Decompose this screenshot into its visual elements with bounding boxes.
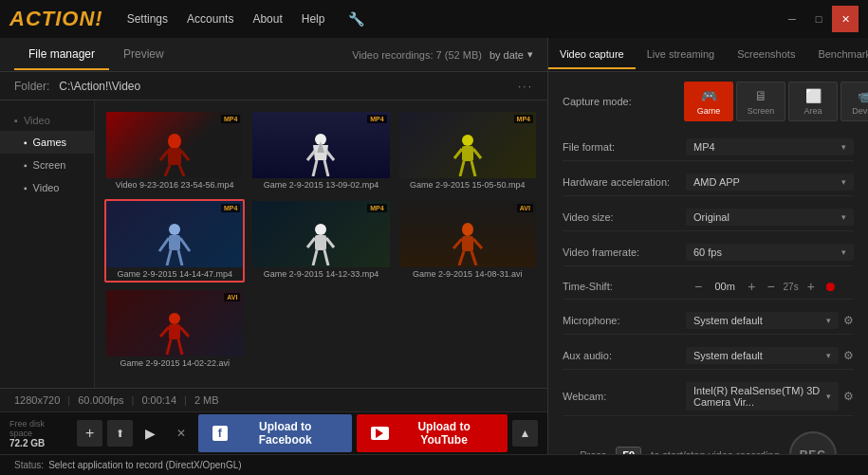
thumbnail-item[interactable]: MP4 Game 2-9-2015 15-05-50.mp4 — [397, 110, 538, 193]
status-bar: Status: Select application to record (Di… — [0, 454, 868, 475]
framerate-label: Video framerate: — [563, 247, 686, 258]
thumbnail-item[interactable]: AVI Game 2-9-2015 14-08-31.avi — [397, 199, 538, 283]
tab-screenshots[interactable]: Screenshots — [726, 41, 806, 69]
svg-line-5 — [179, 165, 184, 176]
mode-device-button[interactable]: 📹 Device — [840, 82, 868, 121]
thumbnail-label: Video 9-23-2016 23-54-56.mp4 — [106, 178, 243, 192]
format-badge: AVI — [224, 293, 240, 301]
maximize-button[interactable]: □ — [805, 6, 832, 32]
file-format-row: File format: MP4 ▾ — [563, 134, 854, 161]
format-badge: AVI — [517, 204, 533, 212]
sidebar-section-video[interactable]: ▪ Video — [0, 110, 94, 131]
gamepad-icon: ▪ — [24, 137, 28, 148]
disk-info: Free disk space 72.2 GB — [9, 419, 67, 448]
action-bar: Free disk space 72.2 GB + ⬆ ▶ ✕ f Upload… — [0, 411, 547, 454]
thumbnail-item[interactable]: MP4 Game 2-9-2015 13-09-02.mp4 — [250, 110, 391, 193]
sort-dropdown[interactable]: by date ▾ — [489, 48, 533, 61]
microphone-settings-button[interactable]: ⚙ — [843, 314, 854, 327]
thumbnail-label: Game 2-9-2015 14-14-47.mp4 — [106, 267, 243, 281]
chevron-down-icon: ▾ — [826, 316, 831, 325]
mode-screen-button[interactable]: 🖥 Screen — [736, 82, 785, 121]
hw-accel-dropdown[interactable]: AMD APP ▾ — [686, 174, 854, 191]
svg-line-18 — [471, 161, 475, 176]
upload-icon-button[interactable]: ⬆ — [107, 420, 133, 447]
menu-help[interactable]: Help — [302, 12, 325, 26]
folder-path[interactable]: C:\Action!\Video — [59, 80, 140, 93]
tab-file-manager[interactable]: File manager — [14, 40, 109, 70]
svg-line-30 — [324, 250, 328, 265]
tab-live-streaming[interactable]: Live streaming — [636, 41, 727, 69]
thumbnail-item[interactable]: MP4 Game 2-9-2015 14-14-47.mp4 — [104, 199, 245, 283]
timeshift-plus2-button[interactable]: + — [804, 279, 818, 294]
aux-settings-button[interactable]: ⚙ — [843, 349, 854, 362]
chevron-down-icon: ▾ — [826, 351, 831, 360]
svg-point-31 — [462, 223, 473, 236]
svg-line-17 — [460, 161, 464, 176]
timeshift-label: Time-Shift: — [563, 281, 686, 292]
minimize-button[interactable]: ─ — [779, 6, 805, 32]
sidebar-item-screen[interactable]: ▪ Screen — [0, 154, 94, 176]
svg-line-35 — [459, 251, 464, 265]
screen-icon: ▪ — [24, 160, 28, 171]
wrench-icon[interactable]: 🔧 — [348, 11, 364, 27]
rec-area: Press F9 to start/stop video recording R… — [563, 424, 854, 454]
thumbnail-label: Game 2-9-2015 15-05-50.mp4 — [399, 178, 536, 192]
info-bar: 1280x720 | 60.000fps | 0:00:14 | 2 MB — [0, 388, 547, 411]
framerate-dropdown[interactable]: 60 fps ▾ — [686, 244, 854, 261]
thumbnail-item[interactable]: AVI Game 2-9-2015 14-02-22.avi — [104, 288, 245, 372]
mode-game-button[interactable]: 🎮 Game — [684, 82, 733, 121]
resolution-info: 1280x720 — [14, 394, 60, 406]
upload-facebook-button[interactable]: f Upload to Facebook — [198, 414, 352, 452]
left-panel: File manager Preview Video recordings: 7… — [0, 38, 548, 454]
format-badge: MP4 — [221, 115, 240, 123]
sidebar-item-video[interactable]: ▪ Video — [0, 176, 94, 199]
tab-preview[interactable]: Preview — [109, 40, 178, 70]
svg-rect-26 — [315, 235, 326, 250]
webcam-settings-button[interactable]: ⚙ — [843, 390, 854, 403]
upload-youtube-button[interactable]: Upload to YouTube — [357, 414, 508, 452]
microphone-dropdown[interactable]: System default ▾ — [686, 312, 839, 329]
chevron-down-icon: ▾ — [826, 392, 831, 401]
folder-more-button[interactable]: ··· — [518, 80, 533, 93]
sidebar-item-games[interactable]: ▪ Games — [0, 131, 94, 154]
thumbnail-item[interactable]: MP4 Video 9-23-2016 23-54-56.mp4 — [104, 110, 245, 193]
capture-mode-row: Capture mode: 🎮 Game 🖥 Screen ⬜ Area — [563, 82, 854, 121]
thumbnail-label: Game 2-9-2015 14-02-22.avi — [106, 356, 243, 370]
timeshift-minus2-button[interactable]: − — [764, 279, 777, 294]
upload-more-button[interactable]: ▲ — [512, 420, 538, 447]
webcam-dropdown[interactable]: Intel(R) RealSense(TM) 3D Camera Vir... … — [686, 382, 839, 411]
mode-area-button[interactable]: ⬜ Area — [788, 82, 838, 121]
video-icon: ▪ — [24, 183, 28, 193]
file-format-dropdown[interactable]: MP4 ▾ — [686, 138, 854, 155]
film-icon: ▪ — [14, 115, 18, 126]
timeshift-rec-icon[interactable]: ⏺ — [823, 279, 837, 294]
close-button[interactable]: ✕ — [832, 6, 859, 32]
microphone-row: Microphone: System default ▾ ⚙ — [563, 307, 854, 335]
hw-accel-row: Hardware acceleration: AMD APP ▾ — [563, 169, 854, 196]
aux-audio-label: Aux audio: — [563, 350, 686, 361]
svg-line-29 — [313, 250, 317, 265]
tab-benchmark[interactable]: Benchmark — [806, 41, 868, 69]
menu-settings[interactable]: Settings — [127, 12, 168, 26]
video-size-dropdown[interactable]: Original ▾ — [686, 209, 854, 226]
menu-accounts[interactable]: Accounts — [187, 12, 233, 26]
svg-line-24 — [178, 250, 182, 265]
size-info: 2 MB — [194, 394, 219, 406]
stop-button[interactable]: ✕ — [168, 420, 194, 447]
aux-audio-dropdown[interactable]: System default ▾ — [686, 347, 839, 364]
play-button[interactable]: ▶ — [138, 420, 163, 447]
svg-point-0 — [168, 134, 181, 149]
video-size-label: Video size: — [563, 211, 686, 223]
fps-info: 60.000fps — [78, 394, 123, 406]
timeshift-plus-button[interactable]: + — [745, 279, 758, 294]
disk-size: 72.2 GB — [9, 438, 67, 448]
thumbnails-area: MP4 Video 9-23-2016 23-54-56.mp4 MP4 Gam… — [95, 100, 547, 388]
tab-video-capture[interactable]: Video capture — [548, 41, 636, 69]
svg-line-42 — [178, 339, 182, 355]
rec-button[interactable]: REC — [789, 431, 837, 454]
timeshift-minus-button[interactable]: − — [692, 279, 705, 294]
menu-about[interactable]: About — [252, 12, 282, 26]
add-recording-button[interactable]: + — [77, 420, 102, 447]
thumbnail-item[interactable]: MP4 Game 2-9-2015 14-12-33.mp4 — [250, 199, 391, 283]
svg-point-13 — [462, 135, 473, 146]
